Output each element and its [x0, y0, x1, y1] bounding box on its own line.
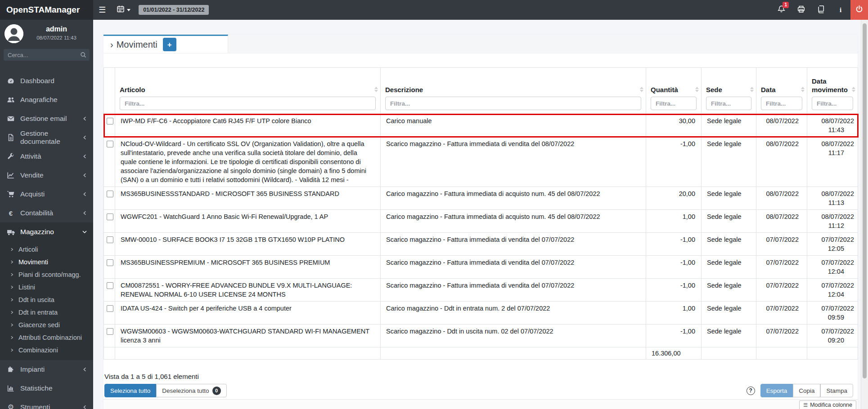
column-header-sede[interactable]: Sede — [702, 68, 756, 114]
column-header-articolo[interactable]: Articolo — [115, 68, 381, 114]
sort-icons[interactable] — [750, 87, 754, 92]
table-row[interactable]: WGWSM00603 - WGWSM00603-WATCHGUARD STAND… — [104, 325, 858, 347]
sort-icons[interactable] — [640, 87, 643, 92]
docs-button[interactable] — [811, 0, 831, 20]
copy-button[interactable]: Copia — [793, 384, 820, 397]
sort-icons[interactable] — [374, 87, 378, 92]
cell-descrizione: Carico magazzino - Fattura immediata di … — [381, 187, 646, 210]
column-header-data-movimento[interactable]: Data movimento — [807, 68, 858, 114]
cell-sede: Sede legale — [702, 187, 756, 210]
cell-quantita: -1,00 — [646, 325, 702, 347]
sidebar-item-anagrafiche[interactable]: Anagrafiche — [0, 90, 93, 109]
filter-input-descrizione[interactable] — [385, 97, 641, 110]
cell-data-movimento: 07/07/202209:59 — [807, 302, 858, 325]
export-button[interactable]: Esporta — [760, 384, 793, 397]
sidebar-item-acquisti[interactable]: Acquisti — [0, 185, 93, 204]
deselect-all-button[interactable]: Deseleziona tutto 0 — [156, 384, 226, 397]
scrollbar-thumb[interactable] — [863, 23, 867, 378]
sidebar-item-listini[interactable]: Listini — [0, 281, 93, 293]
page-title: Movimenti — [117, 40, 157, 50]
filter-input-data[interactable] — [761, 97, 802, 110]
sidebar-item-dashboard[interactable]: Dashboard — [0, 71, 93, 90]
sidebar-toggle-button[interactable]: ☰ — [93, 0, 111, 20]
row-checkbox[interactable] — [107, 141, 113, 147]
row-checkbox[interactable] — [107, 213, 113, 220]
edit-columns-button[interactable]: ☰ Modifica colonne — [799, 400, 856, 409]
submenu-item-label: Attributi Combinazioni — [18, 334, 82, 341]
avatar[interactable] — [4, 24, 23, 43]
filter-input-quantit[interactable] — [651, 97, 697, 110]
column-header-descrizione[interactable]: Descrizione — [381, 68, 646, 114]
total-empty — [381, 347, 646, 360]
filter-input-sede[interactable] — [706, 97, 751, 110]
table-row[interactable]: CM00872551 - WORRY-FREE ADVANCED BUNDLE … — [104, 279, 858, 302]
user-panel: admin 08/07/2022 11:43 — [0, 20, 93, 43]
add-movimento-button[interactable]: + — [163, 38, 176, 51]
select-all-button[interactable]: Seleziona tutto — [104, 384, 156, 397]
app-logo[interactable]: OpenSTAManager — [0, 0, 93, 20]
sidebar-item-vendite[interactable]: Vendite — [0, 166, 93, 185]
notifications-button[interactable]: 1 — [771, 0, 791, 20]
submenu-item-label: Ddt in uscita — [18, 296, 54, 303]
column-header-quantit[interactable]: Quantità — [646, 68, 702, 114]
sort-icons[interactable] — [695, 87, 699, 92]
table-row[interactable]: SMW-00010 - SURFACE BOOK3 I7 15 32GB 1TB… — [104, 233, 858, 256]
sidebar-item-statistiche[interactable]: Statistiche — [0, 379, 93, 398]
sidebar-item-strumenti[interactable]: ⚙Strumenti — [0, 398, 93, 409]
tab-movimenti[interactable]: › Movimenti + — [103, 35, 228, 53]
row-checkbox[interactable] — [107, 118, 113, 124]
sort-icons[interactable] — [801, 87, 805, 92]
selection-buttons: Seleziona tutto Deseleziona tutto 0 — [104, 384, 227, 397]
table-row[interactable]: NCloud-OV-Wildcard - Un certificato SSL … — [104, 137, 858, 187]
search-input[interactable] — [4, 49, 90, 61]
column-label: Descrizione — [385, 71, 641, 97]
sidebar-item-ddt-in-entrata[interactable]: Ddt in entrata — [0, 306, 93, 319]
cell-data-movimento: 07/07/202212:04 — [807, 256, 858, 279]
help-icon[interactable]: ? — [747, 387, 755, 395]
print-table-button[interactable]: Stampa — [820, 384, 853, 397]
column-label: Articolo — [120, 71, 376, 97]
sidebar-nav: DashboardAnagraficheGestione emailGestio… — [0, 71, 93, 409]
sidebar-item-giacenze-sedi[interactable]: Giacenze sedi — [0, 319, 93, 331]
sidebar-item-articoli[interactable]: Articoli — [0, 243, 93, 256]
table-row[interactable]: IDATA US-424 - Switch per 4 periferiche … — [104, 302, 858, 325]
sidebar-item-contabilit[interactable]: €Contabilità — [0, 204, 93, 222]
sidebar-item-movimenti[interactable]: Movimenti — [0, 256, 93, 268]
info-button[interactable]: i — [831, 0, 850, 20]
row-checkbox[interactable] — [107, 236, 113, 243]
row-checkbox[interactable] — [107, 282, 113, 289]
sidebar-item-ddt-in-uscita[interactable]: Ddt in uscita — [0, 293, 93, 306]
search-icon[interactable] — [80, 51, 87, 60]
row-checkbox[interactable] — [107, 328, 113, 335]
filter-input-articolo[interactable] — [120, 97, 376, 110]
chevron-left-icon — [82, 135, 87, 140]
table-row[interactable]: WGWFC201 - WatchGuard 1 Anno Basic Wi-Fi… — [104, 210, 858, 233]
sidebar-item-impianti[interactable]: Impianti — [0, 360, 93, 379]
date-filter-button[interactable] — [111, 0, 136, 20]
print-button[interactable] — [791, 0, 811, 20]
filter-input-data-movimento[interactable] — [812, 97, 853, 110]
row-checkbox[interactable] — [107, 259, 113, 266]
table-row-highlighted[interactable]: IWP-MD F/F-C6 - Accoppiatore Cat6 RJ45 F… — [104, 114, 858, 137]
sidebar-item-gestione-email[interactable]: Gestione email — [0, 109, 93, 128]
sidebar-item-gestione-documentale[interactable]: Gestione documentale — [0, 128, 93, 147]
table-row[interactable]: MS365BUSINESSSTANDARD - MICROSOFT 365 BU… — [104, 187, 858, 210]
sidebar-item-attivit[interactable]: Attività — [0, 147, 93, 166]
cell-articolo: SMW-00010 - SURFACE BOOK3 I7 15 32GB 1TB… — [115, 233, 381, 256]
column-header-data[interactable]: Data — [756, 68, 807, 114]
total-empty — [702, 347, 756, 360]
sidebar-item-piani-di-sconto-magg[interactable]: Piani di sconto/magg. — [0, 268, 93, 281]
date-range-badge[interactable]: 01/01/2022 - 31/12/2022 — [139, 5, 209, 15]
sort-icons[interactable] — [852, 87, 855, 92]
logout-button[interactable] — [850, 0, 868, 20]
table-header-row: ArticoloDescrizioneQuantitàSedeDataData … — [104, 68, 858, 114]
sidebar-item-magazzino[interactable]: Magazzino — [0, 222, 93, 241]
row-checkbox[interactable] — [107, 191, 113, 197]
cell-data-movimento: 07/07/202212:04 — [807, 279, 858, 302]
sidebar-item-combinazioni[interactable]: Combinazioni — [0, 344, 93, 356]
column-label: Sede — [706, 71, 751, 97]
row-checkbox[interactable] — [107, 305, 113, 312]
table-row[interactable]: MS365BUSINESSPREMIUM - MICROSOFT 365 BUS… — [104, 256, 858, 279]
vertical-scrollbar[interactable] — [861, 20, 868, 409]
sidebar-item-attributi-combinazioni[interactable]: Attributi Combinazioni — [0, 331, 93, 344]
